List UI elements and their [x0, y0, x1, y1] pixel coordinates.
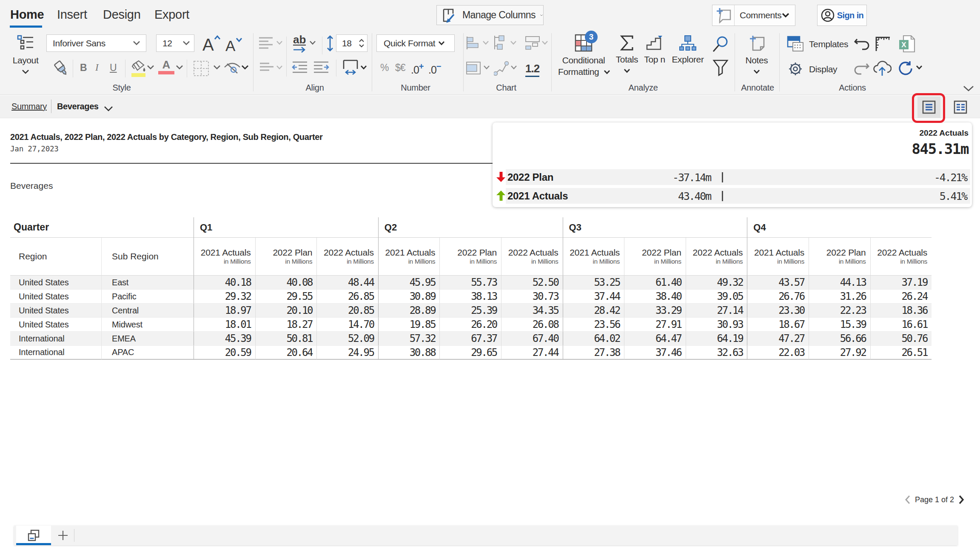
refresh-dropdown[interactable] [915, 65, 923, 70]
increase-font-icon[interactable]: A [202, 35, 221, 53]
decrease-indent-icon[interactable] [292, 61, 308, 74]
value-cell[interactable]: 15.39 [809, 318, 870, 332]
line-chart-icon[interactable] [494, 60, 509, 76]
format-painter-icon[interactable] [52, 60, 71, 78]
percent-icon[interactable]: % [380, 62, 389, 74]
value-cell[interactable]: 37.46 [624, 346, 686, 360]
font-family-select[interactable]: Inforiver Sans [46, 34, 146, 52]
decimal-format-icon[interactable]: 1.2 [525, 62, 539, 77]
value-cell[interactable]: 28.89 [378, 304, 440, 318]
measure-header[interactable]: 2022 Planin Millions [255, 238, 317, 276]
value-cell[interactable]: 20.85 [316, 304, 378, 318]
value-cell[interactable]: 18.27 [255, 318, 317, 332]
value-cell[interactable]: 26.24 [870, 290, 932, 304]
value-cell[interactable]: 26.08 [501, 318, 563, 332]
value-cell[interactable]: 25.39 [439, 304, 501, 318]
manage-columns-button[interactable]: Manage Columns [436, 5, 544, 25]
value-cell[interactable]: 30.88 [378, 346, 440, 360]
sub-region-cell[interactable]: APAC [101, 346, 194, 360]
measure-header[interactable]: 2021 Actualsin Millions [563, 238, 624, 276]
value-cell[interactable]: 29.32 [194, 290, 255, 304]
region-cell[interactable]: United States [10, 318, 101, 332]
value-cell[interactable]: 53.25 [563, 276, 624, 290]
resize-icon[interactable] [875, 36, 891, 52]
sub-region-column-header[interactable]: Sub Region [101, 238, 194, 276]
measure-header[interactable]: 2022 Planin Millions [809, 238, 870, 276]
table-chart-dropdown[interactable] [483, 65, 490, 70]
page-tab-active[interactable] [16, 526, 51, 545]
value-cell[interactable]: 16.61 [870, 318, 932, 332]
sub-region-cell[interactable]: EMEA [101, 332, 194, 346]
value-cell[interactable]: 31.26 [809, 290, 870, 304]
value-cell[interactable]: 55.73 [439, 276, 501, 290]
value-cell[interactable]: 50.76 [870, 332, 932, 346]
fill-color-icon[interactable] [130, 59, 147, 78]
increase-decimal-icon[interactable]: .0+ [411, 62, 424, 76]
borders-icon[interactable] [192, 60, 210, 77]
value-cell[interactable]: 30.93 [686, 318, 747, 332]
row-height-icon[interactable] [326, 35, 334, 52]
measure-header[interactable]: 2022 Actualsin Millions [501, 238, 563, 276]
next-page-icon[interactable] [958, 495, 964, 504]
value-cell[interactable]: 26.20 [439, 318, 501, 332]
increase-indent-icon[interactable] [313, 61, 329, 74]
value-cell[interactable]: 48.44 [316, 276, 378, 290]
value-cell[interactable]: 30.73 [501, 290, 563, 304]
value-cell[interactable]: 39.05 [686, 290, 747, 304]
decrease-decimal-icon[interactable]: .0− [428, 62, 442, 76]
spinner-down-icon[interactable] [359, 44, 365, 48]
bold-icon[interactable]: B [80, 62, 87, 74]
value-cell[interactable]: 29.65 [439, 346, 501, 360]
fit-width-icon[interactable] [342, 60, 359, 77]
region-cell[interactable]: International [10, 332, 101, 346]
value-cell[interactable]: 38.40 [624, 290, 686, 304]
value-cell[interactable]: 45.95 [378, 276, 440, 290]
value-cell[interactable]: 47.27 [747, 332, 809, 346]
bar-chart-dropdown[interactable] [482, 40, 490, 46]
multi-card-view-button[interactable] [949, 97, 972, 118]
fill-color-dropdown[interactable] [146, 65, 155, 70]
combo-chart-icon[interactable] [525, 36, 540, 50]
value-cell[interactable]: 29.55 [255, 290, 317, 304]
top-n-button[interactable]: Top n [636, 35, 673, 65]
search-icon[interactable] [711, 36, 730, 54]
value-cell[interactable]: 45.39 [194, 332, 255, 346]
sub-region-cell[interactable]: Midwest [101, 318, 194, 332]
sub-region-cell[interactable]: Central [101, 304, 194, 318]
value-cell[interactable]: 20.10 [255, 304, 317, 318]
value-cell[interactable]: 50.81 [255, 332, 317, 346]
region-cell[interactable]: United States [10, 304, 101, 318]
redo-icon[interactable] [854, 61, 870, 76]
sub-region-cell[interactable]: Pacific [101, 290, 194, 304]
quarter-header-q2[interactable]: Q2 [378, 217, 563, 238]
font-color-dropdown[interactable] [175, 65, 184, 70]
publish-icon[interactable] [873, 60, 892, 77]
bar-chart-icon[interactable] [466, 36, 480, 50]
value-cell[interactable]: 33.29 [624, 304, 686, 318]
value-cell[interactable]: 32.63 [686, 346, 747, 360]
refresh-icon[interactable] [897, 60, 914, 77]
value-cell[interactable]: 44.13 [809, 276, 870, 290]
value-cell[interactable]: 27.92 [809, 346, 870, 360]
measure-header[interactable]: 2021 Actualsin Millions [747, 238, 809, 276]
measure-header[interactable]: 2022 Actualsin Millions [870, 238, 932, 276]
filter-icon[interactable] [712, 59, 729, 77]
value-cell[interactable]: 37.19 [870, 276, 932, 290]
region-cell[interactable]: United States [10, 290, 101, 304]
notes-button[interactable]: Notes [740, 35, 773, 74]
value-cell[interactable]: 23.56 [563, 318, 624, 332]
add-comment-button[interactable] [712, 5, 735, 26]
value-cell[interactable]: 19.85 [378, 318, 440, 332]
horizontal-align-icon[interactable] [259, 62, 274, 73]
value-cell[interactable]: 22.23 [809, 304, 870, 318]
value-cell[interactable]: 57.32 [378, 332, 440, 346]
value-cell[interactable]: 49.32 [686, 276, 747, 290]
quarter-header-q1[interactable]: Q1 [194, 217, 378, 238]
tab-insert[interactable]: Insert [57, 8, 87, 22]
decrease-font-icon[interactable]: A [225, 37, 243, 53]
measure-header[interactable]: 2021 Actualsin Millions [194, 238, 255, 276]
value-cell[interactable]: 40.08 [255, 276, 317, 290]
value-cell[interactable]: 20.59 [194, 346, 255, 360]
value-cell[interactable]: 18.01 [194, 318, 255, 332]
value-cell[interactable]: 26.76 [747, 290, 809, 304]
